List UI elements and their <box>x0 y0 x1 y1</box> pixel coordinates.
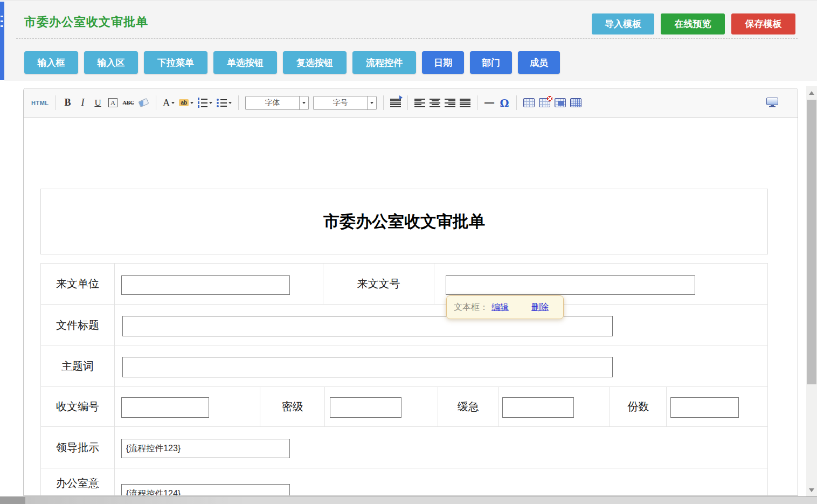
control-tooltip: 文本框： 编辑 删除 <box>446 295 564 319</box>
horizontal-rule-button[interactable]: — <box>484 96 495 110</box>
chevron-down-icon <box>209 102 212 104</box>
component-button-member[interactable]: 成员 <box>518 51 560 74</box>
indent-icon <box>390 99 401 107</box>
font-family-select[interactable]: 字体 <box>245 96 309 110</box>
vertical-scrollbar[interactable] <box>806 86 817 496</box>
component-button-date[interactable]: 日期 <box>422 51 464 74</box>
scroll-down-icon[interactable] <box>809 488 814 492</box>
toolbar-separator <box>156 95 156 110</box>
toolbar-separator <box>407 95 408 110</box>
merge-cells-icon <box>555 98 566 107</box>
merge-cells-button[interactable] <box>555 96 566 110</box>
component-button-input-area[interactable]: 输入区 <box>84 51 138 74</box>
component-palette: 输入框 输入区 下拉菜单 单选按钮 复选按钮 流程控件 日期 部门 成员 <box>24 51 560 74</box>
label-leader-comments: 领导批示 <box>41 427 115 468</box>
editor-toolbar: HTML B I U A ABC A ab <box>24 88 798 118</box>
align-left-button[interactable] <box>414 96 425 110</box>
input-secrecy[interactable] <box>330 397 401 418</box>
label-office-opinion: 办公室意 <box>41 468 115 495</box>
input-source-unit[interactable] <box>121 275 290 295</box>
component-button-flow-control[interactable]: 流程控件 <box>352 51 416 74</box>
insert-table-icon <box>523 98 535 107</box>
align-center-icon <box>430 99 440 107</box>
form-title: 市委办公室收文审批单 <box>323 211 485 233</box>
unordered-list-button[interactable] <box>217 96 232 110</box>
ordered-list-icon <box>198 98 207 108</box>
underline-button[interactable]: U <box>93 96 103 110</box>
indent-button[interactable] <box>390 96 401 110</box>
delete-table-button[interactable] <box>539 96 550 110</box>
table-properties-button[interactable] <box>570 96 581 110</box>
font-color-button[interactable]: A <box>163 96 175 110</box>
rich-text-editor: HTML B I U A ABC A ab <box>23 88 798 496</box>
label-receipt-number: 收文编号 <box>41 387 115 426</box>
label-copies: 份数 <box>610 387 667 426</box>
label-doc-title: 文件标题 <box>41 305 115 346</box>
input-receipt-number[interactable] <box>121 397 209 418</box>
table-properties-icon <box>570 98 581 107</box>
input-urgency[interactable] <box>502 397 574 418</box>
label-source-unit: 来文单位 <box>41 264 115 304</box>
chevron-down-icon <box>190 102 193 104</box>
label-doc-number: 来文文号 <box>323 264 434 304</box>
editor-canvas[interactable]: 市委办公室收文审批单 来文单位 来文文号 文件标题 <box>24 118 798 495</box>
save-template-button[interactable]: 保存模板 <box>731 13 795 34</box>
template-actions: 导入模板 在线预览 保存模板 <box>592 13 795 34</box>
italic-button[interactable]: I <box>78 96 88 110</box>
unordered-list-icon <box>217 99 227 107</box>
toolbar-separator <box>238 95 239 110</box>
scroll-thumb[interactable] <box>807 100 816 384</box>
font-size-select[interactable]: 字号 <box>313 96 377 110</box>
fullscreen-button[interactable] <box>766 98 778 108</box>
input-subject[interactable] <box>122 357 613 377</box>
highlight-button[interactable]: ab <box>179 96 193 110</box>
insert-table-button[interactable] <box>523 96 535 110</box>
ordered-list-button[interactable] <box>198 96 212 110</box>
import-template-button[interactable]: 导入模板 <box>592 13 654 34</box>
boxed-text-button[interactable]: A <box>108 98 117 107</box>
red-x-icon <box>547 96 552 101</box>
table-row: 主题词 <box>41 346 767 387</box>
table-row: 收文编号 密级 缓急 份数 <box>41 387 767 427</box>
bottom-scrollbar <box>0 496 817 504</box>
input-doc-number[interactable] <box>446 275 695 295</box>
tooltip-label: 文本框： <box>454 302 488 313</box>
special-char-button[interactable]: Ω <box>499 96 510 110</box>
component-button-dropdown-menu[interactable]: 下拉菜单 <box>144 51 207 74</box>
scroll-up-icon[interactable] <box>809 91 814 95</box>
justify-button[interactable] <box>460 96 470 110</box>
header: 市委办公室收文审批单 导入模板 在线预览 保存模板 输入框 输入区 下拉菜单 单… <box>4 1 817 81</box>
delete-link[interactable]: 删除 <box>531 302 549 313</box>
eraser-button[interactable] <box>139 96 149 110</box>
align-right-icon <box>445 99 455 107</box>
align-right-button[interactable] <box>445 96 455 110</box>
html-source-button[interactable]: HTML <box>31 96 49 110</box>
component-button-checkbox[interactable]: 复选按钮 <box>283 51 347 74</box>
input-copies[interactable] <box>670 397 739 418</box>
clipped-side-panel <box>0 2 4 80</box>
edit-link[interactable]: 编辑 <box>491 302 509 313</box>
input-office-opinion[interactable] <box>121 484 290 495</box>
header-divider <box>16 38 798 39</box>
strikethrough-button[interactable]: ABC <box>123 96 134 110</box>
toolbar-separator <box>477 95 477 110</box>
component-button-input-box[interactable]: 输入框 <box>24 51 78 74</box>
label-secrecy: 密级 <box>260 387 325 426</box>
chevron-down-icon <box>171 102 175 104</box>
chevron-down-icon <box>299 96 308 109</box>
toolbar-separator <box>383 95 384 110</box>
input-leader-comments[interactable] <box>121 439 290 458</box>
form-table: 来文单位 来文文号 文件标题 主题词 <box>40 263 768 495</box>
table-row: 办公室意 <box>41 468 767 495</box>
align-center-button[interactable] <box>430 96 440 110</box>
component-button-radio[interactable]: 单选按钮 <box>213 51 277 74</box>
bold-button[interactable]: B <box>63 96 73 110</box>
bottom-scroll-thumb[interactable] <box>0 497 25 504</box>
page-title: 市委办公室收文审批单 <box>24 14 148 30</box>
table-row: 来文单位 来文文号 <box>41 264 767 305</box>
chevron-down-icon <box>367 96 376 109</box>
form-title-box: 市委办公室收文审批单 <box>40 189 768 254</box>
component-button-department[interactable]: 部门 <box>470 51 512 74</box>
toolbar-separator <box>516 95 517 110</box>
online-preview-button[interactable]: 在线预览 <box>661 13 725 34</box>
